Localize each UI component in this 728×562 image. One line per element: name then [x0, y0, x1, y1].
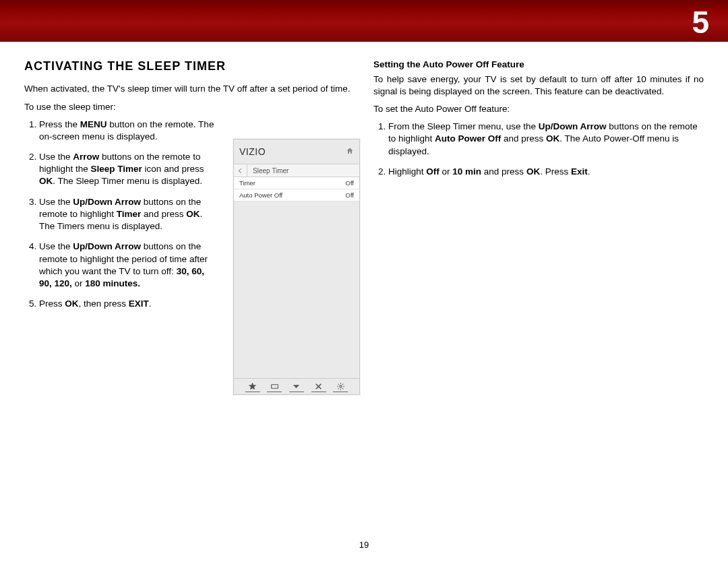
- step-item: Use the Up/Down Arrow buttons on the rem…: [39, 241, 214, 290]
- step-item: From the Sleep Timer menu, use the Up/Do…: [388, 121, 704, 158]
- section-heading: ACTIVATING THE SLEEP TIMER: [24, 59, 355, 73]
- page-number: 19: [0, 540, 728, 550]
- back-icon: [234, 164, 247, 177]
- manual-page: 5 ACTIVATING THE SLEEP TIMER When activa…: [0, 0, 728, 562]
- step-item: Highlight Off or 10 min and press OK. Pr…: [388, 166, 704, 178]
- home-icon: [346, 146, 354, 158]
- content-area: ACTIVATING THE SLEEP TIMER When activate…: [24, 59, 704, 532]
- brand-logo: VIZIO: [239, 146, 266, 157]
- chapter-header-bar: 5: [0, 0, 728, 42]
- menu-row: Timer Off: [234, 177, 359, 189]
- intro-paragraph: When activated, the TV's sleep timer wil…: [24, 83, 355, 95]
- menu-row-value: Off: [346, 179, 355, 187]
- step-item: Press OK, then press EXIT.: [39, 298, 214, 310]
- menu-row: Auto Power Off Off: [234, 189, 359, 201]
- menu-row-label: Auto Power Off: [239, 191, 282, 199]
- left-column: ACTIVATING THE SLEEP TIMER When activate…: [24, 59, 355, 532]
- down-chevron-icon: [289, 382, 304, 392]
- star-icon: [245, 382, 260, 392]
- leadin-text: To use the sleep timer:: [24, 102, 355, 112]
- svg-rect-0: [271, 385, 278, 388]
- step-item: Use the Arrow buttons on the remote to h…: [39, 151, 214, 188]
- svg-point-1: [340, 385, 342, 387]
- wide-icon: [267, 382, 282, 392]
- breadcrumb-title: Sleep Timer: [247, 167, 289, 175]
- leadin-text: To set the Auto Power Off feature:: [373, 104, 704, 114]
- intro-paragraph: To help save energy, your TV is set by d…: [373, 73, 704, 97]
- steps-list-right: From the Sleep Timer menu, use the Up/Do…: [373, 121, 704, 178]
- menu-body-empty: [234, 201, 359, 378]
- sub-heading: Setting the Auto Power Off Feature: [373, 59, 704, 69]
- menu-breadcrumb: Sleep Timer: [234, 164, 359, 177]
- menu-bottom-toolbar: [234, 378, 359, 394]
- onscreen-menu-mock: VIZIO Sleep Timer Timer Off Auto Pow: [233, 139, 360, 395]
- step-item: Press the MENU button on the remote. The…: [39, 119, 214, 143]
- menu-top-bar: VIZIO: [234, 139, 359, 164]
- gear-icon: [333, 382, 348, 392]
- right-column: Setting the Auto Power Off Feature To he…: [373, 59, 704, 532]
- close-icon: [311, 382, 326, 392]
- menu-row-value: Off: [346, 191, 355, 199]
- chapter-number: 5: [692, 4, 709, 40]
- menu-row-label: Timer: [239, 179, 255, 187]
- step-item: Use the Up/Down Arrow buttons on the rem…: [39, 196, 214, 233]
